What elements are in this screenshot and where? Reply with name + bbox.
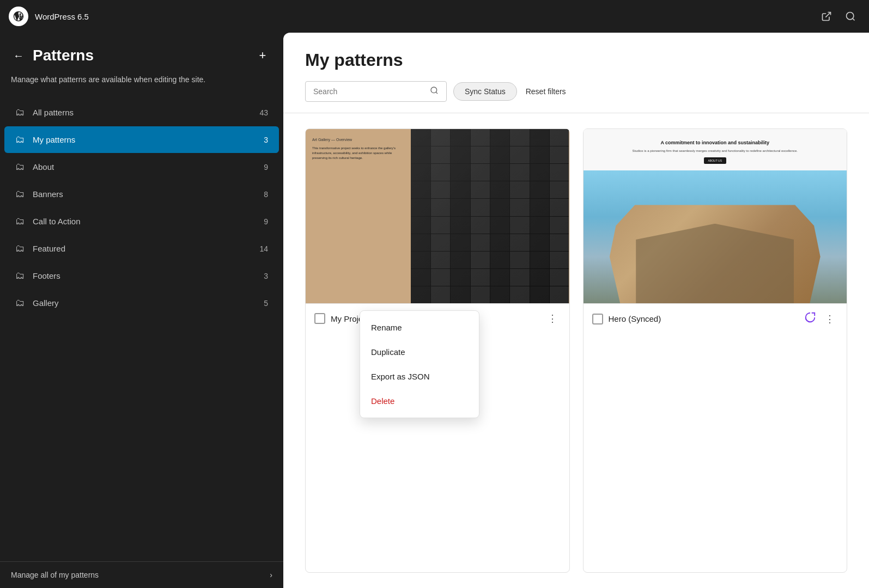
folder-icon: 🗂 [15, 297, 25, 309]
pattern-card-hero-synced: A commitment to innovation and sustainab… [583, 128, 848, 573]
building-image [411, 129, 569, 303]
sidebar-item-featured[interactable]: 🗂 Featured 14 [4, 235, 279, 262]
sidebar-item-gallery[interactable]: 🗂 Gallery 5 [4, 290, 279, 316]
pattern-more-button-1[interactable]: ⋮ [544, 311, 561, 326]
search-button[interactable] [841, 7, 860, 26]
nav-item-count: 9 [264, 163, 268, 171]
nav-item-label: Banners [33, 189, 256, 199]
sidebar-item-banners[interactable]: 🗂 Banners 8 [4, 181, 279, 207]
nav-item-label: All patterns [33, 108, 252, 117]
sidebar-footer[interactable]: Manage all of my patterns › [0, 561, 283, 588]
pattern-name-2: Hero (Synced) [609, 314, 799, 323]
nav-item-label: My patterns [33, 135, 256, 144]
preview-2-image [584, 170, 847, 303]
search-icon [430, 86, 439, 97]
pattern-preview-1: Art Gallery — Overview This transformati… [306, 129, 569, 303]
nav-item-count: 9 [264, 217, 268, 226]
sidebar-item-about[interactable]: 🗂 About 9 [4, 154, 279, 180]
main-layout: ← Patterns + Manage what patterns are av… [0, 33, 869, 588]
pattern-checkbox-2[interactable] [592, 314, 603, 324]
pattern-preview-2: A commitment to innovation and sustainab… [584, 129, 847, 303]
sidebar-footer-label: Manage all of my patterns [11, 571, 99, 579]
sidebar-title: Patterns [33, 47, 246, 64]
sidebar-nav: 🗂 All patterns 43 🗂 My patterns 3 🗂 Abou… [0, 99, 283, 561]
preview-right-panel [411, 129, 569, 303]
context-menu: Rename Duplicate Export as JSON Delete [360, 310, 479, 418]
folder-icon: 🗂 [15, 216, 25, 227]
page-title: My patterns [305, 50, 847, 70]
folder-icon: 🗂 [15, 243, 25, 254]
svg-line-4 [436, 92, 437, 94]
search-input[interactable] [313, 87, 426, 96]
sidebar-description: Manage what patterns are available when … [0, 74, 283, 99]
sidebar-item-footers[interactable]: 🗂 Footers 3 [4, 262, 279, 289]
topbar-icons [817, 7, 860, 26]
folder-icon: 🗂 [15, 107, 25, 118]
search-box[interactable] [305, 81, 447, 102]
add-pattern-button[interactable]: + [253, 46, 272, 65]
context-menu-duplicate[interactable]: Duplicate [360, 340, 479, 364]
context-menu-delete[interactable]: Delete [360, 389, 479, 413]
content-toolbar: Sync Status Reset filters [305, 81, 847, 102]
nav-item-label: About [33, 162, 256, 171]
folder-icon: 🗂 [15, 188, 25, 200]
preview-2-title: A commitment to innovation and sustainab… [592, 140, 838, 145]
content-panel: My patterns Sync Status Reset filters [283, 33, 869, 588]
nav-item-label: Featured [33, 244, 252, 253]
nav-item-count: 43 [259, 108, 268, 117]
nav-item-count: 5 [264, 299, 268, 308]
sidebar-header: ← Patterns + [0, 33, 283, 74]
context-menu-export-json[interactable]: Export as JSON [360, 364, 479, 389]
nav-item-label: Footers [33, 271, 256, 280]
pattern-checkbox-1[interactable] [314, 313, 325, 324]
nav-item-count: 3 [264, 272, 268, 280]
folder-icon: 🗂 [15, 161, 25, 173]
svg-line-2 [853, 19, 855, 21]
preview-2-top: A commitment to innovation and sustainab… [584, 129, 847, 170]
synced-icon [804, 311, 816, 326]
svg-line-0 [825, 13, 830, 17]
reset-filters-button[interactable]: Reset filters [524, 83, 568, 100]
building-grid [411, 129, 569, 303]
folder-icon: 🗂 [15, 270, 25, 281]
topbar: WordPress 6.5 [0, 0, 869, 33]
app-title: WordPress 6.5 [35, 12, 810, 21]
sidebar: ← Patterns + Manage what patterns are av… [0, 33, 283, 588]
preview-left-panel: Art Gallery — Overview This transformati… [306, 129, 411, 303]
preview-header-text: Art Gallery — Overview [312, 138, 404, 142]
nav-item-count: 8 [264, 190, 268, 199]
wp-logo [9, 7, 28, 26]
sidebar-item-my-patterns[interactable]: 🗂 My patterns 3 [4, 126, 279, 153]
context-menu-rename[interactable]: Rename [360, 315, 479, 340]
sidebar-item-all-patterns[interactable]: 🗂 All patterns 43 [4, 99, 279, 126]
nav-item-count: 14 [259, 244, 268, 253]
nav-item-label: Call to Action [33, 217, 256, 226]
nav-item-label: Gallery [33, 298, 256, 308]
pattern-more-button-2[interactable]: ⋮ [822, 312, 838, 326]
svg-point-3 [431, 87, 437, 93]
nav-item-count: 3 [264, 136, 268, 144]
content-header: My patterns Sync Status Reset filters [283, 33, 869, 113]
sidebar-footer-arrow: › [270, 571, 272, 579]
sync-status-button[interactable]: Sync Status [453, 82, 517, 101]
external-link-button[interactable] [817, 7, 836, 26]
preview-2-btn: ABOUT US [704, 157, 726, 164]
sidebar-item-call-to-action[interactable]: 🗂 Call to Action 9 [4, 208, 279, 235]
preview-2-subtitle: Studiox is a pioneering firm that seamle… [592, 149, 838, 153]
folder-icon: 🗂 [15, 134, 25, 145]
preview-body-text: This transformative project seeks to enh… [312, 146, 404, 161]
svg-point-1 [847, 13, 854, 20]
back-button[interactable]: ← [11, 47, 26, 64]
pattern-card-footer-2: Hero (Synced) ⋮ [584, 303, 847, 334]
